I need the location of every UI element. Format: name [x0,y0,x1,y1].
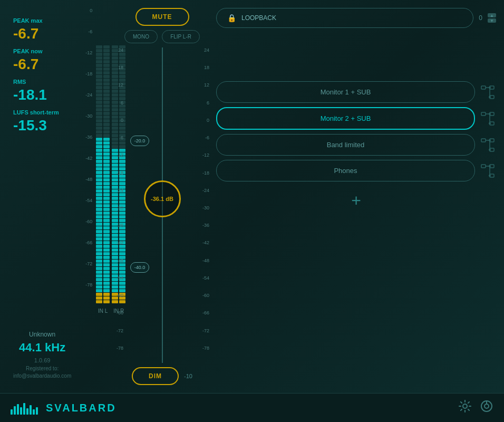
svg-rect-31 [20,407,22,415]
loopback-arrows: ▲ ▼ [488,13,496,23]
svg-rect-7 [481,112,486,116]
fader-value: -36.1 dB [151,196,173,202]
loopback-label: LOOPBACK [241,14,276,22]
monitor-row-phones: Phones [216,160,496,181]
right-panel: 🔒 LOOPBACK 0 ▲ ▼ Monitor 1 + SUB Monitor… [216,8,496,385]
mute-button[interactable]: MUTE [135,8,189,26]
dial-icon [480,399,493,413]
svg-point-27 [489,175,491,177]
rms-label: RMS [13,79,71,85]
lufs-value: -15.3 [13,118,71,133]
monitor-buttons: Monitor 1 + SUB Monitor 2 + SUB Band lim… [216,81,496,181]
loopback-down-arrow[interactable]: ▼ [488,18,496,23]
rms-value: -18.1 [13,88,71,102]
svg-rect-34 [30,405,32,415]
gear-icon [458,399,472,413]
mono-button[interactable]: MONO [124,30,158,43]
monitor-button-monitor1[interactable]: Monitor 1 + SUB [216,81,475,103]
menu-button[interactable] [480,399,493,416]
fader-knob[interactable]: -36.1 dB [144,180,181,217]
dim-section: DIM -10 [113,367,211,385]
brand-waveform [11,400,40,416]
svg-point-19 [489,139,491,141]
device-name: Unknown [13,331,71,338]
add-output-button[interactable]: + [216,186,496,216]
svg-rect-21 [481,165,486,168]
loopback-value: 0 [479,14,482,22]
fader-track[interactable]: -20.0 -36.1 dB -40.0 [129,47,195,363]
sample-rate: 44.1 kHz [13,341,71,354]
mono-flip-buttons: MONO FLIP L-R [113,30,211,43]
loopback-up-arrow[interactable]: ▲ [488,13,496,17]
dim-value: -10 [184,373,192,379]
main-content: PEAK max -6.7 PEAK now -6.7 RMS -18.1 LU… [0,0,504,393]
lufs-label: LUFS short-term [13,109,71,116]
app-container: PEAK max -6.7 PEAK now -6.7 RMS -18.1 LU… [0,0,504,422]
svg-point-13 [489,122,491,124]
in-l-label: IN L [98,308,108,314]
marker-top: -20.0 [130,136,149,146]
left-panel: PEAK max -6.7 PEAK now -6.7 RMS -18.1 LU… [8,8,108,385]
svg-point-39 [484,404,489,408]
footer-icons [458,399,493,416]
device-info: Unknown 44.1 kHz 1.0.69 Registered to: i… [13,331,71,380]
svg-rect-36 [36,407,38,415]
fader-scale-right: 24181260-6-12-18-24-30-36-42-48-54-60-66… [198,47,211,363]
svg-point-5 [489,87,491,89]
brand: SVALBARD [11,400,117,416]
svg-rect-14 [481,139,486,142]
routing-icon-monitor1[interactable] [479,84,496,101]
vu-scale: 0-6-12-18-24-30-36-42-48-54-60-66-72-78 [81,8,94,303]
routing-icon-monitor2[interactable] [479,110,496,127]
registered-label: Registered to: info@svalbardaudio.com [13,365,71,380]
peak-max-value: -6.7 [13,26,71,41]
monitor-row-monitor1: Monitor 1 + SUB [216,81,496,103]
settings-button[interactable] [458,399,472,416]
routing-icon-phones[interactable] [479,162,496,179]
peak-now-value: -6.7 [13,57,71,72]
brand-name: SVALBARD [46,402,117,414]
svg-point-26 [489,165,491,167]
center-panel: MUTE MONO FLIP L-R 24181260-6-12-18-24-3… [113,8,211,385]
svg-point-37 [463,404,467,408]
svg-rect-32 [23,403,25,415]
monitor-row-band_limited: Band limited [216,134,496,156]
peak-now-label: PEAK now [13,48,71,54]
monitor-button-band_limited[interactable]: Band limited [216,134,475,156]
dim-button[interactable]: DIM [132,367,179,385]
routing-icon-band_limited[interactable] [479,137,496,154]
svg-rect-0 [481,86,486,89]
monitor-row-monitor2: Monitor 2 + SUB [216,107,496,130]
loopback-button[interactable]: 🔒 LOOPBACK [216,8,473,28]
svg-point-6 [489,96,491,98]
svg-point-20 [489,149,491,151]
stats-panel: PEAK max -6.7 PEAK now -6.7 RMS -18.1 LU… [8,8,76,385]
brand-logo [11,400,40,416]
svg-rect-35 [33,409,35,415]
peak-max-label: PEAK max [13,17,71,24]
spacer [216,32,496,74]
transport-buttons: MUTE [113,8,211,26]
lock-icon: 🔒 [227,14,236,22]
svg-rect-29 [14,406,16,415]
version: 1.0.69 [13,357,71,363]
meter-in-l: IN L [96,8,110,314]
svg-rect-30 [17,404,19,415]
svg-rect-33 [26,408,28,415]
fader-scale-left: 24181260-6-12-18-24-30-36-42-48-54-60-66… [113,47,127,363]
fader-section: 24181260-6-12-18-24-30-36-42-48-54-60-66… [113,47,211,363]
monitor-button-monitor2[interactable]: Monitor 2 + SUB [216,107,475,130]
svg-rect-28 [11,409,13,415]
loopback-row: 🔒 LOOPBACK 0 ▲ ▼ [216,8,496,28]
footer: SVALBARD [0,393,504,422]
monitor-button-phones[interactable]: Phones [216,160,475,181]
svg-point-12 [489,113,491,115]
marker-bottom: -40.0 [130,262,149,273]
flip-button[interactable]: FLIP L-R [162,30,200,43]
